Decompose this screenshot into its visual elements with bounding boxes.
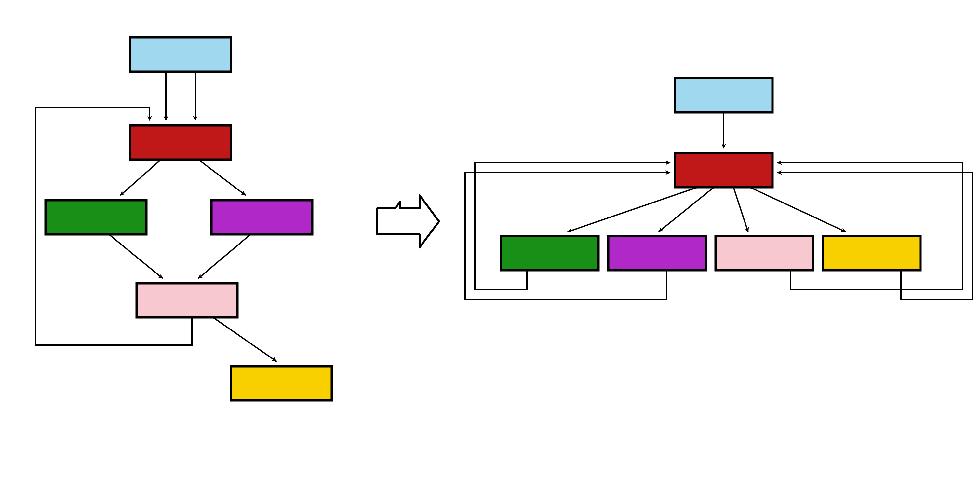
node-R-blue [675, 78, 773, 112]
edge [750, 187, 846, 232]
node-L-blue [130, 37, 231, 72]
node-L-yellow [231, 366, 332, 401]
edge [199, 235, 250, 278]
edge [199, 160, 245, 195]
edge [659, 187, 714, 232]
node-R-pink [716, 236, 813, 270]
node-R-yellow [823, 236, 921, 270]
edge [213, 318, 277, 361]
center-arrow-layer [377, 195, 439, 247]
node-R-green [501, 236, 598, 270]
node-R-red [675, 153, 773, 187]
node-L-pink [137, 283, 237, 318]
edge [120, 160, 161, 195]
edge [733, 187, 748, 232]
edge [109, 235, 162, 278]
diagram-canvas [0, 0, 980, 490]
node-R-purple [608, 236, 706, 270]
edge [568, 187, 698, 232]
node-L-red [130, 125, 231, 160]
node-L-purple [212, 200, 312, 235]
node-L-green [46, 200, 146, 235]
nodes-layer [46, 37, 921, 401]
transform-arrow-icon [377, 195, 439, 247]
